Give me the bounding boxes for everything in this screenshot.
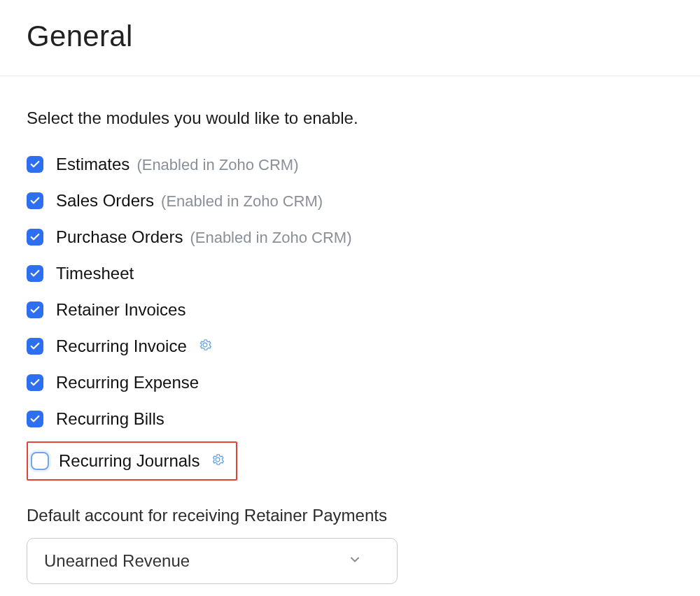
settings-recurring-journals[interactable] xyxy=(211,453,225,467)
module-label-text: Recurring Invoice xyxy=(56,336,187,356)
highlight-recurring-journals: Recurring Journals xyxy=(27,441,237,481)
module-label: Retainer Invoices xyxy=(56,300,186,320)
check-icon xyxy=(29,268,41,279)
check-icon xyxy=(29,232,41,243)
module-label: Estimates (Enabled in Zoho CRM) xyxy=(56,155,298,174)
checkbox-purchase-orders[interactable] xyxy=(27,229,43,246)
module-list: Estimates (Enabled in Zoho CRM) Sales Or… xyxy=(27,155,700,499)
check-icon xyxy=(29,341,41,352)
crm-note: (Enabled in Zoho CRM) xyxy=(136,156,298,174)
module-row-sales-orders: Sales Orders (Enabled in Zoho CRM) xyxy=(27,191,700,211)
checkbox-sales-orders[interactable] xyxy=(27,192,43,209)
select-value: Unearned Revenue xyxy=(44,551,190,571)
retainer-account-select-wrap: Unearned Revenue xyxy=(27,538,398,584)
checkbox-retainer-invoices[interactable] xyxy=(27,301,43,318)
module-row-purchase-orders: Purchase Orders (Enabled in Zoho CRM) xyxy=(27,227,700,247)
module-label: Recurring Journals xyxy=(59,451,225,471)
module-label-text: Retainer Invoices xyxy=(56,300,186,320)
module-label: Recurring Bills xyxy=(56,409,164,429)
module-label-text: Timesheet xyxy=(56,264,134,283)
check-icon xyxy=(29,304,41,315)
check-icon xyxy=(29,195,41,206)
gear-icon xyxy=(198,338,212,352)
module-label-text: Recurring Expense xyxy=(56,373,199,392)
module-label: Recurring Expense xyxy=(56,373,199,392)
module-label-text: Recurring Bills xyxy=(56,409,164,429)
module-row-recurring-invoice: Recurring Invoice xyxy=(27,336,700,356)
check-icon xyxy=(29,377,41,388)
chevron-down-icon xyxy=(348,551,362,571)
gear-icon xyxy=(211,453,225,467)
page-title: General xyxy=(27,20,700,53)
retainer-account-select[interactable]: Unearned Revenue xyxy=(27,538,398,584)
checkbox-timesheet[interactable] xyxy=(27,265,43,282)
module-label-text: Estimates xyxy=(56,155,130,174)
intro-text: Select the modules you would like to ena… xyxy=(27,108,700,128)
checkbox-recurring-expense[interactable] xyxy=(27,374,43,391)
module-row-retainer-invoices: Retainer Invoices xyxy=(27,300,700,320)
checkbox-recurring-journals[interactable] xyxy=(31,452,49,470)
page-header: General xyxy=(0,0,700,76)
module-label-text: Recurring Journals xyxy=(59,451,200,471)
module-label: Recurring Invoice xyxy=(56,336,212,356)
retainer-account-label: Default account for receiving Retainer P… xyxy=(27,506,700,525)
check-icon xyxy=(29,413,41,425)
module-label: Purchase Orders (Enabled in Zoho CRM) xyxy=(56,227,352,247)
crm-note: (Enabled in Zoho CRM) xyxy=(190,229,351,247)
module-row-recurring-bills: Recurring Bills xyxy=(27,409,700,429)
module-row-recurring-expense: Recurring Expense xyxy=(27,373,700,392)
module-row-estimates: Estimates (Enabled in Zoho CRM) xyxy=(27,155,700,174)
check-icon xyxy=(29,159,41,170)
checkbox-recurring-invoice[interactable] xyxy=(27,338,43,355)
checkbox-recurring-bills[interactable] xyxy=(27,411,43,427)
module-row-timesheet: Timesheet xyxy=(27,264,700,283)
crm-note: (Enabled in Zoho CRM) xyxy=(161,192,323,211)
settings-recurring-invoice[interactable] xyxy=(198,338,212,352)
module-label-text: Purchase Orders xyxy=(56,227,183,247)
checkbox-estimates[interactable] xyxy=(27,156,43,173)
module-label: Timesheet xyxy=(56,264,134,283)
module-label-text: Sales Orders xyxy=(56,191,154,211)
module-label: Sales Orders (Enabled in Zoho CRM) xyxy=(56,191,323,211)
